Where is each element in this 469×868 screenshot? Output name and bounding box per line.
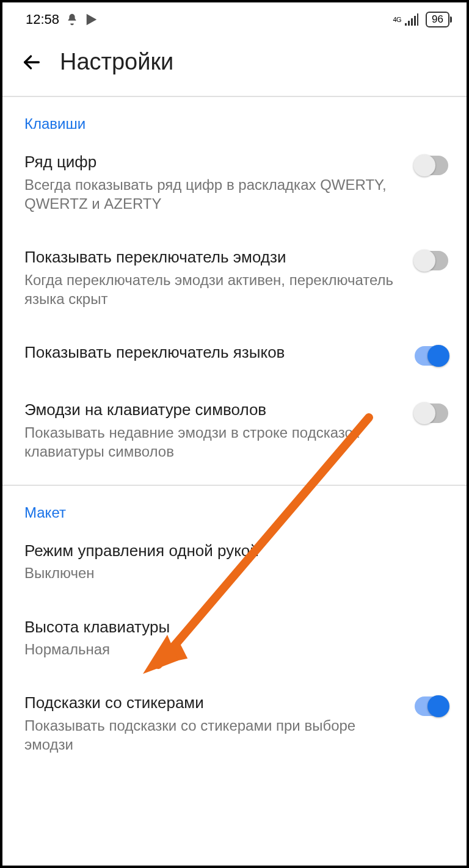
setting-sticker-hints[interactable]: Подсказки со стикерами Показывать подска…	[2, 676, 467, 771]
network-type-label: 4G	[393, 16, 401, 23]
battery-percent: 96	[432, 13, 443, 26]
setting-subtitle: Показывать недавние эмодзи в строке подс…	[24, 423, 404, 461]
arrow-left-icon	[21, 52, 42, 73]
back-button[interactable]	[20, 50, 44, 74]
toggle-number-row[interactable]	[415, 156, 448, 175]
setting-number-row[interactable]: Ряд цифр Всегда показывать ряд цифр в ра…	[2, 135, 467, 230]
page-title: Настройки	[60, 49, 173, 75]
setting-keyboard-height[interactable]: Высота клавиатуры Нормальная	[2, 600, 467, 676]
toggle-emoji-switch[interactable]	[415, 251, 448, 270]
section-header-layout: Макет	[2, 486, 467, 524]
setting-title: Эмодзи на клавиатуре символов	[24, 400, 404, 421]
setting-language-switch[interactable]: Показывать переключатель языков	[2, 325, 467, 383]
section-header-keys: Клавиши	[2, 97, 467, 135]
signal-icon	[405, 13, 418, 26]
status-bar: 12:58 4G 96	[2, 2, 467, 37]
setting-subtitle: Показывать подсказки со стикерами при вы…	[24, 716, 404, 754]
setting-title: Подсказки со стикерами	[24, 693, 404, 714]
section-layout: Макет Режим управления одной рукой Выклю…	[2, 486, 467, 778]
toggle-sticker-hints[interactable]	[415, 696, 448, 716]
setting-one-hand-mode[interactable]: Режим управления одной рукой Выключен	[2, 524, 467, 600]
app-bar: Настройки	[2, 37, 467, 97]
notification-icon	[65, 13, 79, 26]
setting-title: Показывать переключатель эмодзи	[24, 247, 404, 268]
setting-title: Высота клавиатуры	[24, 617, 448, 638]
setting-subtitle: Когда переключатель эмодзи активен, пере…	[24, 270, 404, 308]
battery-indicator: 96	[426, 12, 449, 27]
setting-subtitle: Всегда показывать ряд цифр в раскладках …	[24, 175, 404, 213]
setting-subtitle: Выключен	[24, 563, 448, 582]
toggle-language-switch[interactable]	[415, 346, 448, 366]
setting-title: Ряд цифр	[24, 152, 404, 173]
setting-title: Показывать переключатель языков	[24, 342, 404, 363]
setting-emoji-symbols[interactable]: Эмодзи на клавиатуре символов Показывать…	[2, 383, 467, 478]
setting-emoji-switch[interactable]: Показывать переключатель эмодзи Когда пе…	[2, 230, 467, 325]
play-store-icon	[85, 13, 98, 26]
setting-subtitle: Нормальная	[24, 640, 448, 659]
setting-title: Режим управления одной рукой	[24, 541, 448, 562]
status-time: 12:58	[26, 12, 59, 27]
section-keys: Клавиши Ряд цифр Всегда показывать ряд ц…	[2, 97, 467, 486]
toggle-emoji-symbols[interactable]	[415, 403, 448, 423]
